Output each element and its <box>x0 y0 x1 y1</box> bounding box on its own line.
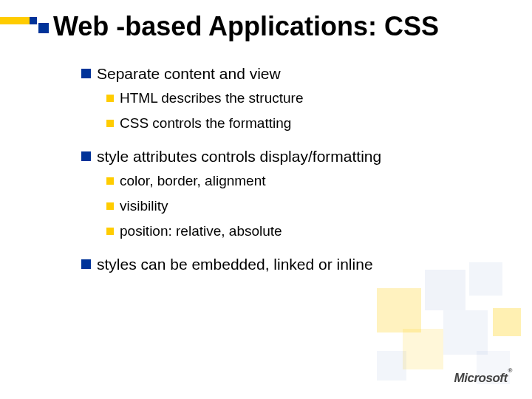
title-bullet-icon <box>38 23 49 33</box>
bullet-text: style attributes controls display/format… <box>97 146 381 167</box>
list-item: position: relative, absolute <box>106 220 495 242</box>
bullet-text: visibility <box>120 195 168 217</box>
title-accent-yellow <box>0 17 30 24</box>
deco-square-icon <box>493 308 521 336</box>
slide-title: Web -based Applications: CSS <box>53 11 439 42</box>
list-item: color, border, alignment <box>106 170 495 192</box>
microsoft-logo: Microsoft® <box>454 371 511 386</box>
bullet-text: color, border, alignment <box>120 170 266 192</box>
square-bullet-icon <box>106 202 114 210</box>
slide: Web -based Applications: CSS Separate co… <box>0 0 532 399</box>
deco-square-icon <box>403 329 443 369</box>
deco-square-icon <box>443 310 488 355</box>
bullet-text: HTML describes the structure <box>120 87 304 109</box>
list-item: styles can be embedded, linked or inline <box>81 254 495 275</box>
bullet-text: position: relative, absolute <box>120 220 282 242</box>
title-accent-blue <box>30 17 37 24</box>
bullet-text: styles can be embedded, linked or inline <box>97 254 373 275</box>
square-bullet-icon <box>81 69 91 78</box>
square-bullet-icon <box>106 120 114 127</box>
slide-body: Separate content and view HTML describes… <box>81 64 495 287</box>
bullet-text: CSS controls the formatting <box>120 112 291 134</box>
bullet-group-1: Separate content and view HTML describes… <box>81 64 495 134</box>
bullet-group-3: styles can be embedded, linked or inline <box>81 254 495 275</box>
square-bullet-icon <box>106 177 114 185</box>
logo-text: Microsoft <box>454 371 508 385</box>
square-bullet-icon <box>81 259 91 269</box>
square-bullet-icon <box>106 228 114 235</box>
bullet-group-2: style attributes controls display/format… <box>81 146 495 242</box>
list-item: HTML describes the structure <box>106 87 495 109</box>
square-bullet-icon <box>106 95 114 102</box>
list-item: style attributes controls display/format… <box>81 146 495 167</box>
list-item: Separate content and view <box>81 64 495 84</box>
registered-icon: ® <box>508 367 512 374</box>
deco-square-icon <box>377 288 421 332</box>
list-item: visibility <box>106 195 495 217</box>
list-item: CSS controls the formatting <box>106 112 495 134</box>
square-bullet-icon <box>81 151 91 161</box>
bullet-text: Separate content and view <box>97 64 281 84</box>
deco-square-icon <box>377 351 406 381</box>
